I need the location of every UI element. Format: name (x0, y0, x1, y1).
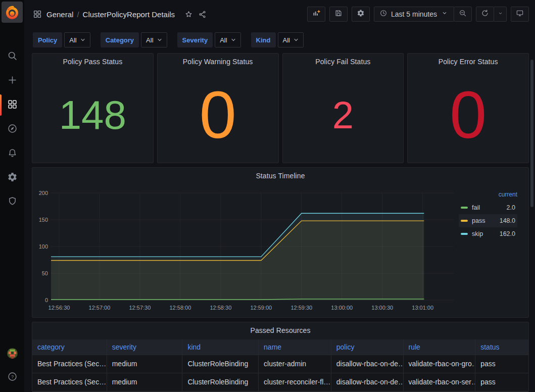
panel-title: Status Timeline (32, 168, 528, 180)
y-axis-tick: 0 (45, 297, 48, 303)
table-row: Best Practices (Sec…mediumClusterRoleBin… (32, 373, 528, 391)
dashboard-grid-icon (33, 10, 42, 19)
shield-icon (7, 196, 18, 209)
page-title: ClusterPolicyReport Details (83, 10, 175, 19)
share-icon[interactable] (198, 10, 207, 19)
filter-selected-value: All (69, 36, 76, 44)
refresh-group (476, 7, 507, 22)
table-cell: medium (107, 373, 183, 391)
dashboard-toolbar: Last 5 minutes (307, 7, 529, 22)
star-icon[interactable] (184, 10, 193, 19)
compass-icon (7, 123, 18, 136)
main-area: General / ClusterPolicyReport Details (24, 0, 535, 392)
table-header-cell-category[interactable]: category (32, 339, 107, 355)
refresh-button[interactable] (476, 7, 494, 22)
grafana-logo-button[interactable] (0, 0, 24, 24)
legend-series-name: fail (472, 204, 480, 211)
dashboard-settings-button[interactable] (352, 7, 370, 22)
page-scrollbar-thumb[interactable] (530, 60, 533, 207)
breadcrumb-separator: / (77, 10, 79, 19)
dashboard-panels: Policy Pass Status148Policy Warning Stat… (24, 53, 535, 392)
table-header-cell-kind[interactable]: kind (182, 339, 259, 355)
gear-icon (7, 172, 18, 184)
stat-value: 148 (32, 68, 153, 163)
stat-panel-1: Policy Warning Status0 (157, 53, 279, 163)
user-avatar (7, 348, 18, 361)
chevron-down-icon (294, 36, 299, 44)
stat-value: 2 (283, 68, 404, 163)
chevron-down-icon (231, 36, 236, 44)
table-row: Best Practices (Sec…mediumClusterRoleBin… (32, 355, 528, 373)
filter-value-dropdown[interactable]: All (64, 32, 90, 47)
table-cell: disallow-rbac-on-de… (331, 355, 404, 373)
filter-label: Policy (33, 32, 62, 47)
legend-color-dash (461, 220, 468, 222)
time-range-picker[interactable]: Last 5 minutes (374, 7, 454, 22)
filter-group-policy: PolicyAll (33, 32, 90, 47)
table-cell: cluster-admin (259, 355, 331, 373)
breadcrumb: General / ClusterPolicyReport Details (33, 10, 207, 19)
table-header-cell-rule[interactable]: rule (404, 339, 476, 355)
panel-title: Policy Error Status (408, 54, 528, 66)
chevron-down-icon (157, 36, 162, 44)
panel-title: Policy Pass Status (32, 54, 153, 66)
timeline-plot: 05010015020012:56:3012:57:0012:57:3012:5… (36, 185, 459, 317)
legend-row-fail[interactable]: fail2.0 (459, 201, 517, 214)
sidebar-item-help[interactable]: ? (0, 366, 24, 389)
chevron-down-icon (441, 9, 449, 19)
filter-value-dropdown[interactable]: All (215, 32, 240, 47)
sidebar-item-search[interactable] (0, 44, 24, 69)
sidebar-item-explore[interactable] (0, 117, 24, 141)
passed-resources-panel: Passed Resources categoryseveritykindnam… (32, 322, 529, 392)
legend-row-skip[interactable]: skip162.0 (459, 227, 517, 240)
sidebar-item-server-admin[interactable] (0, 190, 24, 214)
legend-current-value: 2.0 (507, 204, 515, 211)
add-panel-icon (312, 9, 320, 19)
refresh-icon (481, 9, 489, 19)
filter-group-severity: SeverityAll (177, 32, 241, 47)
table-cell: pass (475, 373, 528, 391)
y-axis-tick: 200 (39, 190, 48, 196)
stat-panel-0: Policy Pass Status148 (32, 53, 154, 163)
cycle-view-mode-button[interactable] (511, 7, 529, 22)
table-cell: disallow-rbac-on-de… (331, 373, 404, 391)
breadcrumb-folder[interactable]: General (46, 10, 73, 19)
sidebar-item-dashboards[interactable] (0, 93, 24, 117)
add-panel-button[interactable] (307, 7, 325, 22)
table-header-cell-status[interactable]: status (475, 339, 528, 355)
panel-title: Passed Resources (32, 322, 528, 334)
legend-current-value: 162.0 (500, 230, 515, 237)
save-dashboard-button[interactable] (329, 7, 348, 22)
filter-label: Category (101, 32, 139, 47)
sidebar-item-configuration[interactable] (0, 166, 24, 190)
sidebar-item-create[interactable] (0, 69, 24, 93)
sidebar-nav (0, 44, 24, 214)
table-header-cell-policy[interactable]: policy (331, 339, 404, 355)
x-axis-tick: 12:58:00 (169, 305, 191, 311)
x-axis-tick: 13:00:00 (331, 305, 353, 311)
stat-panel-3: Policy Error Status0 (407, 53, 529, 163)
grafana-logo-icon (2, 2, 23, 23)
sidebar-item-profile[interactable] (0, 342, 24, 366)
legend-row-pass[interactable]: pass148.0 (459, 214, 517, 227)
filter-group-kind: KindAll (251, 32, 304, 47)
filter-value-dropdown[interactable]: All (141, 32, 167, 47)
x-axis-tick: 12:59:30 (290, 305, 312, 311)
resources-table: categoryseveritykindnamepolicyrulestatus… (32, 339, 528, 392)
zoom-out-time-button[interactable] (454, 7, 472, 22)
table-cell: cluster-reconciler-fl… (259, 373, 331, 391)
table-header-cell-name[interactable]: name (259, 339, 331, 355)
table-header-cell-severity[interactable]: severity (107, 339, 183, 355)
sidebar-bottom: ? (0, 342, 24, 389)
stat-value: 0 (158, 68, 278, 163)
filter-selected-value: All (146, 36, 153, 44)
stat-panel-2: Policy Fail Status2 (282, 53, 404, 163)
table-cell: Best Practices (Sec… (32, 373, 107, 391)
sidebar-item-alerting[interactable] (0, 141, 24, 166)
legend-value-header[interactable]: current (459, 191, 517, 198)
page-header: General / ClusterPolicyReport Details (24, 0, 535, 28)
stat-row: Policy Pass Status148Policy Warning Stat… (32, 53, 529, 163)
save-icon (334, 9, 343, 19)
refresh-interval-dropdown[interactable] (494, 7, 507, 22)
filter-value-dropdown[interactable]: All (278, 32, 304, 47)
